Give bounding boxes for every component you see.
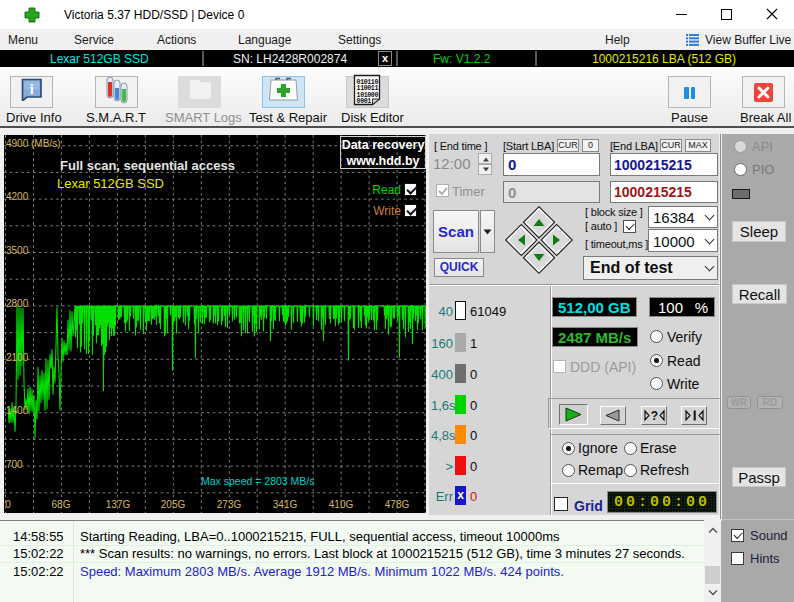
svg-text:?: ? (651, 409, 658, 422)
svg-text:i: i (30, 82, 34, 97)
svg-text:0001: 0001 (357, 98, 372, 105)
